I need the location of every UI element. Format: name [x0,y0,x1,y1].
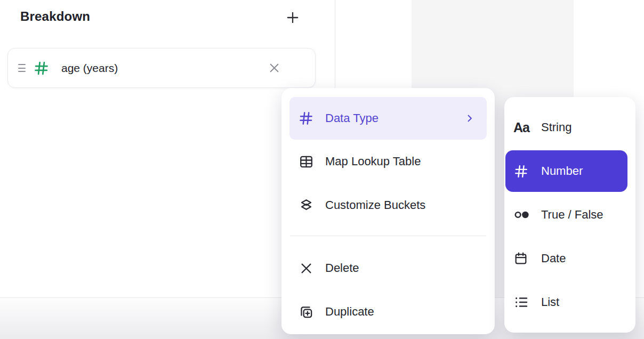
breakdown-field-card: age (years) [7,48,316,88]
submenu-item-number[interactable]: Number [505,150,627,192]
menu-item-label: Customize Buckets [325,198,425,212]
menu-item-label: Map Lookup Table [325,155,421,168]
circles-icon [513,208,532,221]
menu-divider [290,236,486,236]
list-icon [513,294,532,310]
number-type-hash-icon [33,60,50,76]
hash-icon [513,164,532,179]
add-breakdown-button[interactable] [283,8,302,27]
x-icon [298,261,314,276]
close-icon [268,61,281,75]
chevron-right-icon [464,113,475,124]
plus-icon [286,11,300,25]
breakdown-section-title: Breakdown [20,9,90,24]
field-name-label: age (years) [61,62,118,75]
hash-icon [298,110,314,126]
menu-item-customize-buckets[interactable]: Customize Buckets [289,183,487,227]
table-icon [298,154,314,170]
submenu-item-label: Date [541,252,566,265]
menu-item-duplicate[interactable]: Duplicate [289,290,487,334]
submenu-item-label: String [541,120,571,134]
menu-item-delete[interactable]: Delete [289,246,487,290]
stack-icon [298,198,314,213]
field-options-menu: Data Type Map Lookup Table Customize Buc… [281,88,495,334]
copy-plus-icon [298,304,314,320]
submenu-item-date[interactable]: Date [504,237,635,280]
submenu-item-label: List [541,295,559,309]
menu-item-map-lookup-table[interactable]: Map Lookup Table [289,140,487,183]
submenu-item-label: True / False [541,208,603,222]
aa-icon: Aa [513,121,532,134]
menu-item-label: Data Type [325,111,379,125]
menu-item-label: Delete [325,261,359,275]
submenu-item-list[interactable]: List [504,280,635,324]
submenu-item-true-false[interactable]: True / False [504,193,635,237]
submenu-item-string[interactable]: Aa String [504,106,635,149]
menu-item-label: Duplicate [325,305,374,319]
data-type-submenu: Aa String Number True / False Date [504,97,635,333]
remove-field-button[interactable] [265,59,283,77]
submenu-item-label: Number [541,164,583,178]
drag-handle-icon[interactable] [18,49,26,87]
calendar-icon [513,251,532,266]
menu-item-data-type[interactable]: Data Type [289,97,487,140]
